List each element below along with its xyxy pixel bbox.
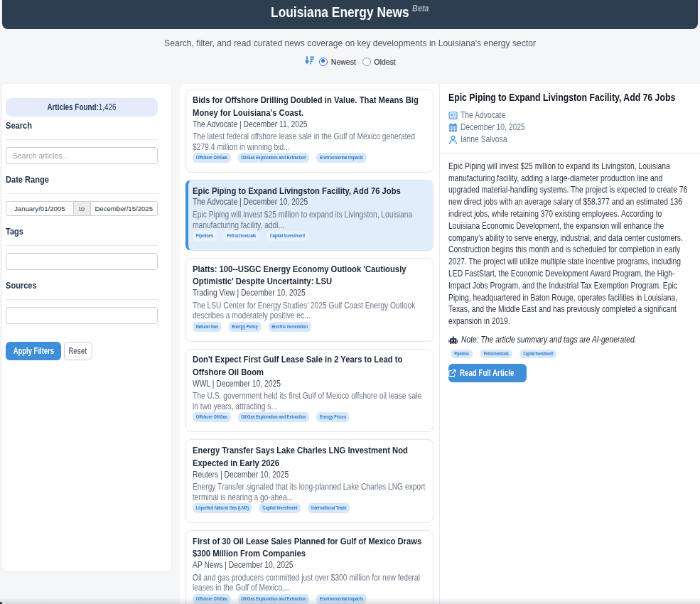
article-card-tags: Offshore Oil/GasOil/Gas Exploration and …: [193, 412, 426, 422]
tag-pill: Pipelines: [193, 231, 217, 241]
apply-filters-button[interactable]: Apply Filters: [6, 342, 61, 360]
tag-pill: Energy Prices: [316, 412, 350, 422]
sort-row: Newest Oldest: [0, 55, 700, 68]
article-card-meta: Trading View | December 10, 2025: [193, 288, 426, 298]
article-card-snippet: The U.S. government held its first Gulf …: [193, 391, 426, 411]
detail-author-row: Ianne Salvosa: [448, 134, 691, 146]
detail-divider: [440, 153, 700, 153]
detail-title: Epic Piping to Expand Livingston Facilit…: [448, 92, 691, 103]
tag-pill: Capital Investment: [259, 503, 301, 513]
tags-heading: Tags: [6, 226, 158, 237]
search-input[interactable]: [6, 147, 158, 164]
person-icon: [448, 135, 458, 144]
oldest-radio-circle[interactable]: [362, 58, 371, 66]
article-card-tags: Offshore Oil/GasOil/Gas Exploration and …: [193, 153, 426, 163]
robot-icon: [448, 336, 458, 345]
article-card-meta: AP News | December 10, 2025: [193, 560, 426, 571]
article-card-tags: PipelinesPetrochemicalsCapital Investmen…: [193, 231, 426, 241]
article-card[interactable]: First of 30 Oil Lease Sales Planned for …: [185, 530, 434, 604]
tag-pill: Pipelines: [450, 350, 472, 359]
beta-badge: Beta: [412, 4, 429, 14]
article-card-meta: The Advocate | December 10, 2025: [193, 197, 426, 207]
sort-radio-group: Newest Oldest: [319, 58, 395, 66]
tag-pill: Offshore Oil/Gas: [193, 594, 231, 604]
tag-pill: Offshore Oil/Gas: [193, 412, 231, 422]
reset-button[interactable]: Reset: [64, 342, 92, 360]
tag-pill: Oil/Gas Exploration and Extraction: [237, 594, 309, 604]
tag-pill: Environmental Impacts: [316, 594, 367, 604]
tag-pill: International Trade: [308, 503, 350, 513]
article-card-tags: Offshore Oil/GasOil/Gas Exploration and …: [193, 594, 426, 604]
tag-pill: Environmental Impacts: [316, 153, 367, 163]
app-title: Louisiana Energy NewsBeta: [271, 4, 429, 21]
newspaper-icon: [448, 111, 458, 120]
calendar-icon: [448, 123, 458, 132]
tag-pill: Petrochemicals: [223, 231, 259, 241]
article-list: Bids for Offshore Drilling Doubled in Va…: [180, 84, 441, 604]
article-card-meta: The Advocate | December 11, 2025: [193, 119, 426, 130]
sort-newest-radio[interactable]: Newest: [319, 58, 356, 66]
external-link-icon: [448, 369, 456, 377]
article-card-title: Energy Transfer Says Lake Charles LNG In…: [193, 444, 426, 470]
read-full-article-button[interactable]: Read Full Article: [448, 364, 527, 382]
sort-oldest-radio[interactable]: Oldest: [362, 58, 396, 66]
tag-pill: Capital Investment: [519, 350, 556, 359]
newest-radio-circle[interactable]: [319, 58, 328, 66]
sources-heading: Sources: [6, 280, 158, 291]
tag-pill: Liquefied Natural Gas (LNG): [193, 503, 252, 513]
search-heading: Search: [6, 120, 158, 131]
article-card-title: Don't Expect First Gulf Lease Sale in 2 …: [193, 353, 426, 379]
article-card[interactable]: Don't Expect First Gulf Lease Sale in 2 …: [185, 349, 434, 433]
newest-radio-label: Newest: [331, 58, 356, 66]
search-divider: [6, 139, 158, 140]
detail-source: The Advocate: [461, 110, 514, 120]
tag-pill: Energy Policy: [228, 322, 261, 332]
detail-body: Epic Piping will invest $25 million to e…: [448, 161, 691, 328]
article-card-snippet: Epic Piping will invest $25 million to e…: [193, 210, 426, 230]
article-card-snippet: Oil and gas producers committed just ove…: [193, 573, 426, 593]
ai-note-text: Note: The article summary and tags are A…: [461, 335, 669, 345]
tag-pill: Offshore Oil/Gas: [193, 153, 231, 163]
sources-input[interactable]: [6, 307, 158, 324]
article-card-tags: Liquefied Natural Gas (LNG)Capital Inves…: [193, 503, 426, 513]
date-from-input[interactable]: [6, 201, 74, 216]
filters-sidebar: Articles Found:1,426 Search Date Range t…: [2, 84, 171, 571]
detail-date-row: December 10, 2025: [448, 122, 691, 134]
article-card[interactable]: Epic Piping to Expand Livingston Facilit…: [185, 180, 434, 251]
tags-divider: [6, 245, 158, 246]
article-card-snippet: The latest federal offshore lease sale i…: [193, 131, 426, 152]
detail-tags: PipelinesPetrochemicalsCapital Investmen…: [448, 350, 690, 359]
article-card-snippet: Energy Transfer signaled that its long-p…: [193, 482, 426, 502]
article-card-title: Bids for Offshore Drilling Doubled in Va…: [193, 94, 426, 119]
page-subtitle: Search, filter, and read curated news co…: [164, 38, 536, 48]
tag-pill: Electric Generation: [268, 322, 311, 332]
article-card-meta: WWL | December 10, 2025: [193, 379, 426, 389]
tag-pill: Oil/Gas Exploration and Extraction: [237, 412, 309, 422]
ai-note-row: Note: The article summary and tags are A…: [448, 335, 691, 345]
tags-input[interactable]: [6, 253, 158, 270]
article-card-tags: Natural GasEnergy PolicyElectric Generat…: [193, 322, 426, 332]
page-body: Articles Found:1,426 Search Date Range t…: [2, 84, 700, 604]
article-detail: Epic Piping to Expand Livingston Facilit…: [440, 84, 700, 604]
filter-buttons-row: Apply Filters Reset: [6, 342, 158, 360]
article-card[interactable]: Platts: 100--USGC Energy Economy Outlook…: [185, 258, 434, 342]
article-card-title: Platts: 100--USGC Energy Economy Outlook…: [193, 263, 426, 288]
app-header: Louisiana Energy NewsBeta: [2, 0, 698, 29]
date-range-row: to: [6, 201, 158, 216]
tag-pill: Oil/Gas Exploration and Extraction: [237, 153, 309, 163]
subtitle-row: Search, filter, and read curated news co…: [0, 36, 700, 49]
article-card[interactable]: Energy Transfer Says Lake Charles LNG In…: [185, 439, 434, 523]
article-card-title: Epic Piping to Expand Livingston Facilit…: [193, 185, 426, 198]
date-to-label: to: [74, 201, 90, 216]
oldest-radio-label: Oldest: [374, 58, 395, 66]
date-to-input[interactable]: [90, 201, 158, 216]
article-card[interactable]: Bids for Offshore Drilling Doubled in Va…: [185, 90, 434, 173]
article-card-snippet: The LSU Center for Energy Studies’ 2025 …: [193, 301, 426, 321]
detail-date: December 10, 2025: [461, 122, 537, 132]
date-range-heading: Date Range: [6, 174, 158, 185]
date-range-divider: [6, 193, 158, 194]
detail-author: Ianne Salvosa: [461, 134, 516, 144]
articles-found-text: Articles Found:1,426: [47, 102, 116, 112]
tag-pill: Petrochemicals: [480, 350, 512, 359]
tag-pill: Natural Gas: [193, 322, 222, 332]
